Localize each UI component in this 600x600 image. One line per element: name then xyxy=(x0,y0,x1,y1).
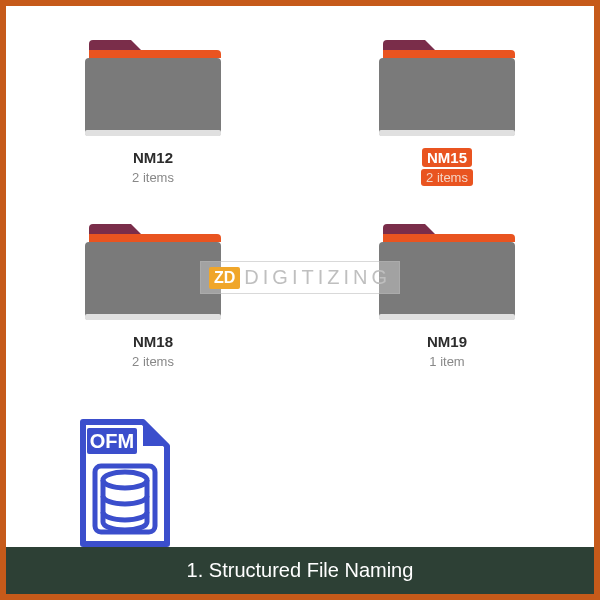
folder-icon xyxy=(83,214,223,324)
svg-rect-1 xyxy=(85,130,221,136)
folder-icon xyxy=(83,30,223,140)
svg-rect-0 xyxy=(85,58,221,136)
folder-item[interactable]: NM12 2 items xyxy=(79,26,227,190)
ofm-file-icon: OFM xyxy=(65,418,185,548)
file-grid: NM12 2 items NM15 2 items NM18 2 items xyxy=(6,6,594,374)
ofm-file-item[interactable]: OFM xyxy=(61,414,189,556)
svg-rect-7 xyxy=(379,314,515,320)
folder-name-label: NM15 xyxy=(422,148,472,167)
folder-name-label: NM18 xyxy=(128,332,178,351)
folder-icon xyxy=(377,214,517,324)
folder-count-label: 1 item xyxy=(424,353,469,370)
folder-count-label: 2 items xyxy=(127,169,179,186)
folder-item[interactable]: NM19 1 item xyxy=(373,210,521,374)
folder-icon xyxy=(377,30,517,140)
svg-rect-4 xyxy=(85,242,221,320)
file-item-wrapper: OFM xyxy=(61,414,189,556)
svg-rect-2 xyxy=(379,58,515,136)
folder-name-label: NM12 xyxy=(128,148,178,167)
folder-count-label: 2 items xyxy=(421,169,473,186)
folder-item-selected[interactable]: NM15 2 items xyxy=(373,26,521,190)
file-ext-text: OFM xyxy=(90,430,134,452)
folder-item[interactable]: NM18 2 items xyxy=(79,210,227,374)
svg-rect-3 xyxy=(379,130,515,136)
svg-rect-5 xyxy=(85,314,221,320)
caption-bar: 1. Structured File Naming xyxy=(6,547,594,594)
folder-count-label: 2 items xyxy=(127,353,179,370)
caption-text: 1. Structured File Naming xyxy=(187,559,414,581)
svg-rect-6 xyxy=(379,242,515,320)
folder-name-label: NM19 xyxy=(422,332,472,351)
